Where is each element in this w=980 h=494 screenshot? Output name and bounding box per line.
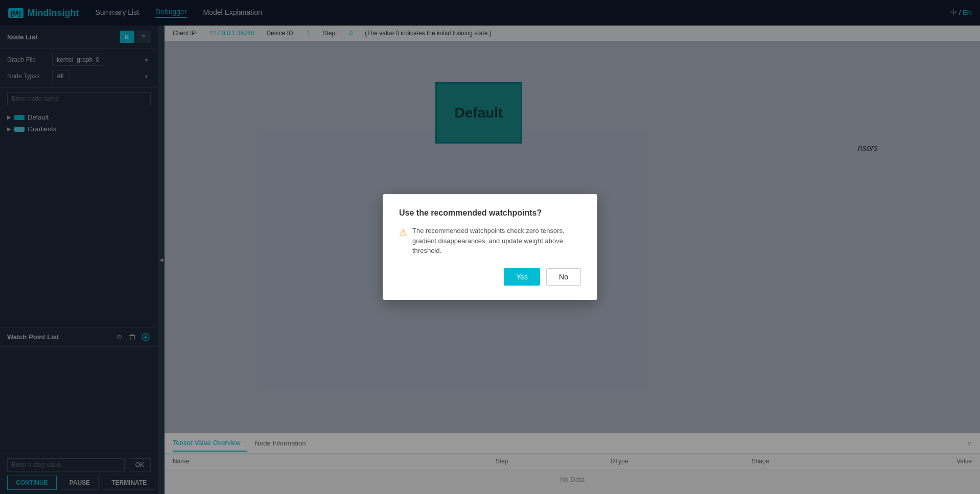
modal-overlay[interactable]: Use the recommended watchpoints? ⚠ The r… (0, 0, 980, 494)
modal-no-button[interactable]: No (546, 268, 581, 286)
modal-yes-button[interactable]: Yes (504, 268, 540, 286)
modal-title: Use the recommended watchpoints? (399, 208, 581, 218)
modal-buttons: Yes No (399, 268, 581, 286)
modal-text: The recommended watchpoints check zero t… (412, 226, 581, 256)
modal-warning-icon: ⚠ (399, 227, 407, 256)
modal-body: ⚠ The recommended watchpoints check zero… (399, 226, 581, 256)
modal: Use the recommended watchpoints? ⚠ The r… (383, 194, 597, 300)
